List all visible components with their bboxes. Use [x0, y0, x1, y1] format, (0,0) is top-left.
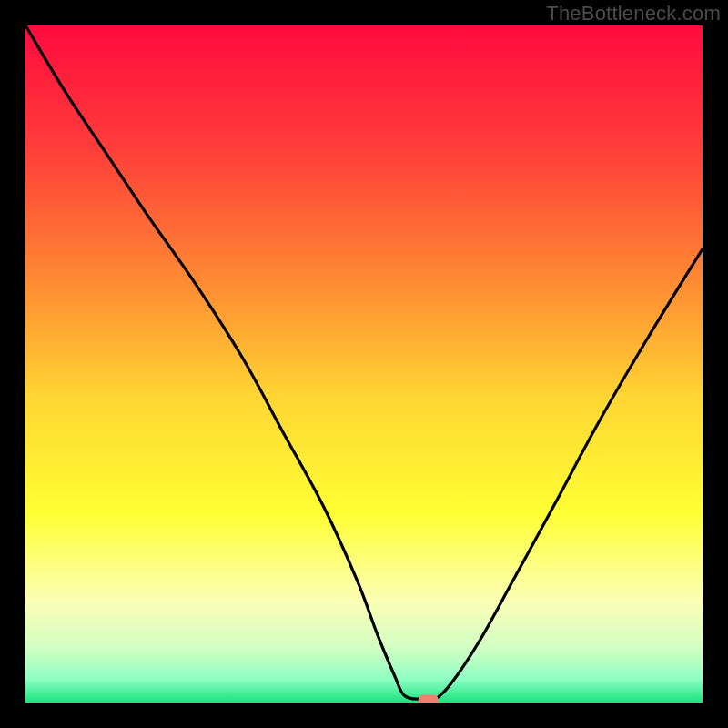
watermark-text: TheBottleneck.com [546, 2, 721, 25]
chart-svg [25, 25, 703, 703]
chart-frame: TheBottleneck.com [0, 0, 728, 728]
plot-area [25, 25, 703, 703]
sweet-spot-marker [419, 695, 439, 703]
